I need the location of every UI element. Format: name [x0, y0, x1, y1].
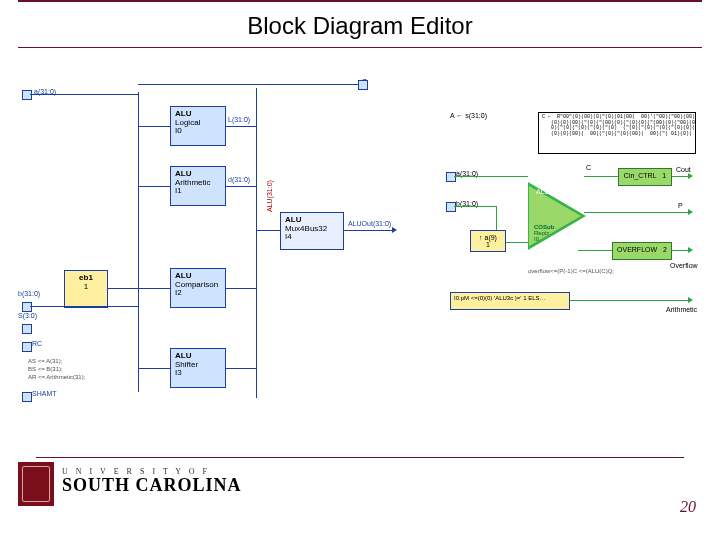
footer: U N I V E R S I T Y O F SOUTH CAROLINA 2… — [18, 462, 702, 522]
block-alu-mux[interactable]: ALU Mux4Bus32 I4 — [280, 212, 344, 250]
rw-p — [584, 212, 690, 213]
w-b-in — [30, 306, 138, 307]
lbl-l-bus: L(31:0) — [228, 116, 250, 123]
code-box: C ← R"00"(0)(00)(0)"(0)(01)00( 00)'("00)… — [538, 112, 696, 154]
block-expr-bottom[interactable]: I0.pM <=(0)(0) 'ALU3c )=' 1 ELS… — [450, 292, 570, 310]
rw-b — [454, 206, 496, 207]
eb-code-2: BS <= B(31); — [28, 366, 63, 372]
label-shamt: SHAMT — [32, 390, 57, 397]
rw-arith — [570, 300, 690, 301]
cosub-s: Repiz — [534, 230, 549, 236]
university-seal-icon — [18, 462, 54, 506]
r-lbl-c: C — [586, 164, 591, 171]
block-cin-ctrl[interactable]: Cin_CTRL 1 — [618, 168, 672, 186]
r-lbl-ovf: Overflow — [670, 262, 698, 269]
port-shamt — [22, 392, 32, 402]
r-port-b — [446, 202, 456, 212]
r-lbl-cout: Cout — [676, 166, 691, 173]
block-arrow-a9[interactable]: ↑ a(9) 1 — [470, 230, 506, 252]
blk-mux-sub: Mux4Bus32 — [285, 225, 339, 234]
label-rc: RC — [32, 340, 42, 347]
cin-id: 1 — [662, 172, 666, 179]
cosub-t: COSub — [534, 224, 554, 230]
r-port-a — [446, 172, 456, 182]
w-sh-in — [138, 368, 170, 369]
title-underline — [18, 47, 702, 48]
port-sel — [22, 324, 32, 334]
blk-sh-id: I3 — [175, 369, 221, 378]
w-mux-in — [256, 230, 280, 231]
lbl-aluout: ALUOut(31:0) — [348, 220, 391, 227]
university-name: U N I V E R S I T Y O F SOUTH CAROLINA — [62, 468, 242, 494]
block-alu-arithmetic[interactable]: ALU Arithmetic I1 — [170, 166, 226, 206]
expr-bottom-text: I0.pM <=(0)(0) 'ALU3c )=' 1 ELS… — [454, 295, 546, 301]
w-cmp-in — [138, 288, 170, 289]
ar-cout — [688, 173, 693, 179]
rw-ovf-in — [578, 250, 612, 251]
page-number: 20 — [680, 498, 696, 516]
blk-a9-title: ↑ a(9) — [475, 234, 501, 242]
wire-a-trunk — [138, 92, 139, 392]
r-lbl-p: P — [678, 202, 683, 209]
blk-logical-id: I0 — [175, 127, 221, 136]
w-log-in — [138, 126, 170, 127]
w-log-out — [226, 126, 256, 127]
port-c — [358, 80, 368, 90]
ar-p — [688, 209, 693, 215]
w-eb1-r — [108, 288, 138, 289]
cin-title: Cin_CTRL — [624, 172, 656, 179]
w-mux-out — [344, 230, 394, 231]
uni-line2: SOUTH CAROLINA — [62, 476, 242, 494]
port-b — [22, 302, 32, 312]
wire-c-top — [138, 84, 364, 85]
port-a — [22, 90, 32, 100]
blk-arith-id: I1 — [175, 187, 221, 196]
w-sh-out — [226, 368, 256, 369]
block-eb1[interactable]: eb1 1 — [64, 270, 108, 308]
r-lbl-aluout: ALUOut — [536, 188, 561, 195]
label-alu-vert: ALU(31:0) — [266, 180, 273, 212]
block-alu-shifter[interactable]: ALU Shifter I3 — [170, 348, 226, 388]
wire-out-trunk — [256, 88, 257, 398]
cosub-label: COSub Repiz I0 — [534, 224, 554, 243]
slide-title: Block Diagram Editor — [0, 12, 720, 41]
top-rule — [18, 0, 702, 2]
blk-eb1-id: 1 — [69, 283, 103, 292]
w-cmp-out — [226, 288, 256, 289]
blk-cmp-id: I2 — [175, 289, 221, 298]
port-rc — [22, 342, 32, 352]
r-lbl-arith: Arithmetic — [666, 306, 697, 313]
block-alu-comparison[interactable]: ALU Comparison I2 — [170, 268, 226, 308]
ovf-expr: overflow<=(P(-1)C <=(ALU(C)Q; — [528, 268, 614, 274]
block-alu-logical[interactable]: ALU Logical I0 — [170, 106, 226, 146]
ovf-title: OVERFLOW — [617, 246, 657, 253]
footer-rule — [36, 457, 684, 458]
ar-ovf — [688, 247, 693, 253]
blk-a9-id: 1 — [475, 241, 501, 249]
ar-arith — [688, 297, 693, 303]
r-top-sig: A ← s(31:0) — [450, 112, 487, 119]
eb-code-1: AS <= A(31); — [28, 358, 62, 364]
wire-a-in — [30, 94, 138, 95]
w-ar-in — [138, 186, 170, 187]
ovf-id: 2 — [663, 246, 667, 253]
arrow-mux-out — [392, 227, 397, 233]
label-sel: S(3:0) — [18, 312, 37, 319]
diagram-canvas: a(31:0) b(31:0) S(3:0) RC SHAMT C ALU Lo… — [18, 72, 702, 452]
cosub-i: I0 — [534, 236, 539, 242]
w-ar-out — [226, 186, 256, 187]
rw-cin — [584, 176, 618, 177]
blk-mux-id: I4 — [285, 233, 339, 242]
eb-code-3: AR <= Arithmetic(31); — [28, 374, 85, 380]
rw-a — [454, 176, 528, 177]
block-overflow[interactable]: OVERFLOW 2 — [612, 242, 672, 260]
lbl-d-bus: d(31:0) — [228, 176, 250, 183]
label-b: b(31:0) — [18, 290, 40, 297]
